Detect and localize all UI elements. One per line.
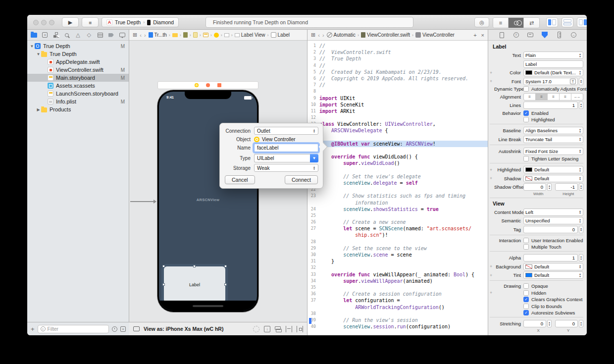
font-field[interactable]: System 17.0T (523, 78, 578, 85)
assistant-editor-button[interactable] (509, 18, 524, 28)
find-navigator-icon[interactable] (64, 32, 70, 38)
stepper-chevrons-icon[interactable]: ▲▼ (577, 128, 581, 133)
stepper-icon[interactable]: ▲▼ (579, 320, 583, 327)
add-override-icon[interactable]: + (490, 264, 494, 269)
checkbox[interactable] (523, 86, 529, 92)
code-line[interactable]: 24 sceneView.showsStatistics = true (307, 206, 488, 212)
standard-editor-button[interactable]: ≡ (493, 18, 509, 28)
forward-icon[interactable]: › (144, 32, 146, 38)
editor-options-button[interactable]: ◎ (474, 17, 489, 27)
align-natural-segment[interactable]: – – (571, 94, 583, 100)
Text-select[interactable]: Plain▲▼ (523, 52, 583, 59)
recent-files-icon[interactable] (112, 326, 117, 332)
minimize-window-button[interactable] (41, 20, 47, 25)
Semantic-select[interactable]: Unspecified▲▼ (523, 217, 583, 224)
size-inspector-icon[interactable] (556, 32, 563, 39)
Line Break-select[interactable]: Truncate Tail▲▼ (523, 136, 583, 143)
stepper-chevrons-icon[interactable]: ▲▼ (577, 137, 581, 142)
code-line[interactable]: 2// ViewController.swift (307, 49, 488, 55)
add-assistant-editor-icon[interactable]: + (473, 32, 476, 38)
view-as-label[interactable]: View as: iPhone Xs Max (wC hR) (144, 326, 223, 332)
text-input[interactable]: Label (523, 60, 583, 68)
update-frames-icon[interactable] (253, 326, 259, 332)
stepper-icon[interactable]: ▲▼ (579, 78, 583, 85)
file-row[interactable]: LaunchScreen.storyboard (27, 90, 129, 98)
number-field[interactable]: 1 (523, 254, 578, 261)
code-line[interactable]: 30 sceneView.scene = scene (307, 252, 488, 258)
code-line[interactable]: 37 let configuration = (307, 297, 488, 304)
code-line[interactable]: 23 // Show statistics such as fps and ti… (307, 193, 488, 199)
source-control-status-icon[interactable]: × (120, 326, 126, 332)
code-line[interactable]: 17 override func viewDidLoad() { (307, 154, 488, 160)
identity-inspector-icon[interactable] (527, 32, 534, 39)
alignment-segmented-control[interactable]: ≡≡≡≡– – (523, 93, 583, 101)
code-line[interactable]: 28 (307, 239, 488, 245)
align-right-segment[interactable]: ≡ (548, 94, 560, 100)
code-line[interactable]: ARSCNViewDelegate { (307, 127, 488, 134)
code-line[interactable]: 39 // Run the view's session (307, 317, 488, 323)
source-control-navigator-icon[interactable]: × (42, 32, 48, 38)
quick-help-inspector-icon[interactable]: ? (513, 32, 519, 39)
breadcrumb-item[interactable]: Label (271, 32, 290, 38)
stepper-chevrons-icon[interactable]: ▲▼ (577, 210, 581, 214)
stepper-chevrons-icon[interactable]: ▲▼ (577, 264, 581, 269)
Baseline-select[interactable]: Align Baselines▲▼ (523, 127, 583, 134)
stepper-icon[interactable]: ▲▼ (579, 102, 583, 109)
add-override-icon[interactable]: + (490, 290, 494, 295)
close-window-button[interactable] (33, 20, 39, 25)
stepper-chevrons-icon[interactable]: ▲▼ (577, 149, 581, 154)
stepper-icon[interactable]: ▲▼ (579, 254, 583, 261)
breadcrumb-item[interactable] (224, 33, 229, 37)
toggle-inspector-button[interactable] (577, 17, 587, 27)
filter-field[interactable]: ≡ Filter (38, 325, 109, 333)
code-line[interactable]: 4// (307, 62, 488, 69)
add-override-icon[interactable]: + (490, 79, 494, 84)
color-select[interactable]: Default▲▼ (523, 271, 583, 279)
file-row[interactable]: ▼True Depth (27, 50, 129, 58)
run-button[interactable]: ▶ (62, 17, 79, 27)
attributes-inspector-icon[interactable] (542, 32, 548, 39)
source-code[interactable]: 1//2// ViewController.swift3// True Dept… (307, 41, 488, 335)
file-row[interactable]: ViewController.swiftM (27, 66, 129, 74)
back-icon[interactable]: ‹ (140, 32, 142, 38)
symbol-navigator-icon[interactable] (53, 32, 59, 38)
storage-select[interactable]: Weak ▲▼ (254, 164, 318, 172)
breadcrumb-item[interactable] (214, 33, 219, 38)
code-line[interactable]: 27 let scene = SCNScene(named: "art.scna… (307, 225, 488, 232)
code-line[interactable]: ship.scn")! (307, 232, 488, 238)
align-justified-segment[interactable]: ≡ (560, 94, 571, 100)
stepper-icon[interactable]: ▲▼ (547, 183, 552, 191)
type-combo[interactable]: UILabel ▼ (254, 154, 318, 162)
toggle-navigator-button[interactable] (546, 17, 558, 27)
code-line[interactable]: 19 (307, 167, 488, 173)
file-row[interactable]: ▶Products (27, 105, 129, 113)
color-select[interactable]: Default▲▼ (523, 263, 583, 270)
stepper-chevrons-icon[interactable]: ▲▼ (577, 273, 581, 277)
code-line[interactable]: 15 @IBOutlet var sceneView: ARSCNView! (307, 141, 488, 147)
name-input[interactable]: faceLabel (254, 144, 318, 152)
zoom-window-button[interactable] (49, 20, 54, 25)
code-line[interactable]: 38 (307, 311, 488, 317)
add-override-icon[interactable]: + (490, 70, 494, 75)
resize-handle[interactable] (193, 265, 196, 267)
code-line[interactable]: 34 super.viewWillAppear(animated) (307, 278, 488, 284)
disclosure-icon[interactable]: ▶ (36, 107, 41, 112)
checkbox[interactable]: ✓ (523, 110, 529, 116)
code-line[interactable]: 18 super.viewDidLoad() (307, 160, 488, 166)
checkbox[interactable] (523, 283, 529, 289)
checkbox[interactable] (523, 290, 529, 296)
stepper-chevrons-icon[interactable]: ▲▼ (577, 53, 581, 57)
breadcrumb-item[interactable]: ViewController (415, 32, 455, 38)
code-line[interactable]: 11import ARKit (307, 108, 488, 114)
code-line[interactable]: 16 (307, 147, 488, 154)
code-line[interactable]: 33 override func viewWillAppear(_ animat… (307, 271, 488, 278)
disclosure-icon[interactable]: ▼ (36, 52, 41, 56)
add-file-button[interactable]: + (31, 325, 35, 333)
version-editor-button[interactable]: ⇄ (524, 18, 539, 28)
forward-icon[interactable]: › (322, 32, 324, 38)
stepper-chevrons-icon[interactable]: ▲▼ (577, 176, 581, 181)
issue-navigator-icon[interactable]: △ (75, 32, 81, 38)
checkbox[interactable] (523, 238, 529, 243)
code-line[interactable]: 6// Copyright © 2019 AppCoda. All rights… (307, 75, 488, 82)
cancel-button[interactable]: Cancel (225, 175, 255, 184)
